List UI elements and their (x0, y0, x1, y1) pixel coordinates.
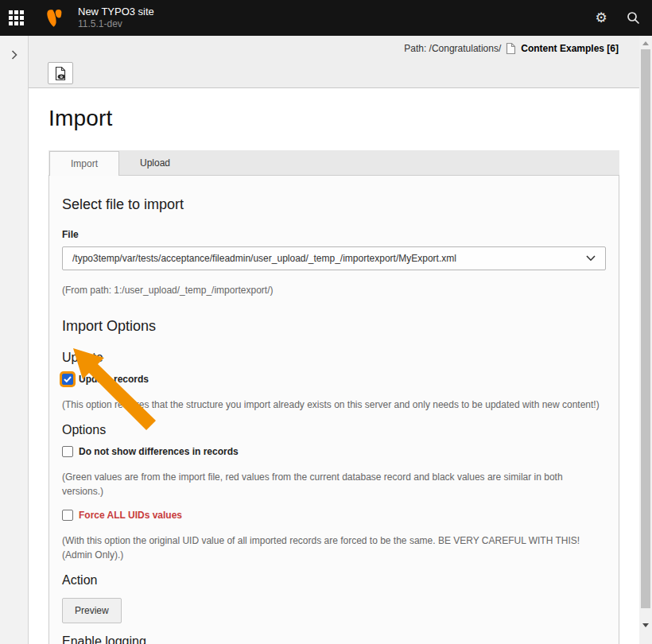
options-heading: Options (62, 423, 606, 437)
enable-logging-heading: Enable logging (62, 634, 606, 644)
tab-import[interactable]: Import (49, 151, 119, 176)
typo3-logo[interactable] (41, 6, 67, 31)
no-diff-label: Do not show differences in records (79, 446, 239, 457)
vertical-scrollbar[interactable] (639, 36, 652, 644)
update-heading: Update (62, 351, 606, 365)
select-file-heading: Select file to import (62, 196, 606, 213)
breadcrumb: Path: /Congratulations/ Content Examples… (404, 42, 619, 55)
scrollbar-thumb[interactable] (641, 49, 650, 608)
update-note: (This option requires that the structure… (62, 398, 606, 412)
force-uid-checkbox[interactable] (62, 510, 73, 521)
action-heading: Action (62, 573, 606, 588)
file-select-value: /typo3temp/var/tests/acceptance/fileadmi… (72, 253, 586, 264)
scroll-up-button[interactable] (639, 37, 652, 48)
force-uid-note: (With this option the original UID value… (62, 533, 606, 562)
breadcrumb-path: Path: /Congratulations/ (404, 43, 501, 54)
diff-note: (Green values are from the import file, … (62, 470, 606, 499)
doc-header: Path: /Congratulations/ Content Examples… (29, 36, 639, 88)
search-button[interactable] (617, 0, 649, 36)
update-records-checkbox-row[interactable]: Update records (62, 374, 606, 385)
site-meta: New TYPO3 site 11.5.1-dev (78, 6, 154, 30)
tab-bar: Import Upload (49, 150, 619, 175)
checkmark-icon (64, 376, 72, 382)
import-tab-panel: Select file to import File /typo3temp/va… (49, 175, 619, 644)
modules-grid-icon (9, 10, 24, 25)
chevron-down-icon (586, 255, 596, 262)
module-body: Import Import Upload Select file to impo… (29, 88, 639, 644)
view-page-button[interactable] (48, 62, 73, 84)
expand-tree-button[interactable] (0, 41, 29, 69)
update-records-label: Update records (79, 374, 149, 385)
gear-icon: ⚙ (595, 11, 607, 25)
module-menu-button[interactable] (0, 0, 32, 36)
no-diff-checkbox-row[interactable]: Do not show differences in records (62, 446, 606, 457)
settings-button[interactable]: ⚙ (585, 0, 617, 36)
site-title: New TYPO3 site (78, 6, 154, 18)
file-select[interactable]: /typo3temp/var/tests/acceptance/fileadmi… (62, 246, 606, 270)
update-records-checkbox[interactable] (62, 374, 73, 385)
scroll-down-button[interactable] (639, 619, 652, 630)
typo3-backend: New TYPO3 site 11.5.1-dev ⚙ Path: /Congr… (0, 0, 652, 644)
import-options-heading: Import Options (62, 318, 606, 335)
no-diff-checkbox[interactable] (62, 446, 73, 457)
import-tabs-region: Import Upload Select file to import File… (49, 150, 619, 644)
document-view-icon (54, 66, 67, 81)
chevron-right-icon (11, 50, 17, 60)
page-tree-rail (0, 36, 29, 644)
page-title: Import (49, 106, 639, 131)
breadcrumb-page-title: Content Examples [6] (521, 43, 619, 54)
triangle-down-icon (642, 623, 649, 627)
from-path-note: (From path: 1:/user_upload/_temp_/import… (62, 283, 606, 297)
triangle-up-icon (642, 41, 649, 45)
site-version: 11.5.1-dev (78, 18, 154, 30)
force-uid-checkbox-row[interactable]: Force ALL UIDs values (62, 510, 606, 521)
page-icon (506, 42, 516, 55)
top-bar: New TYPO3 site 11.5.1-dev ⚙ (0, 0, 652, 36)
file-label: File (62, 229, 606, 240)
tab-upload[interactable]: Upload (119, 151, 191, 175)
force-uid-label: Force ALL UIDs values (79, 510, 182, 521)
search-icon (627, 11, 640, 25)
typo3-logo-icon (42, 6, 66, 30)
preview-button[interactable]: Preview (62, 598, 122, 623)
